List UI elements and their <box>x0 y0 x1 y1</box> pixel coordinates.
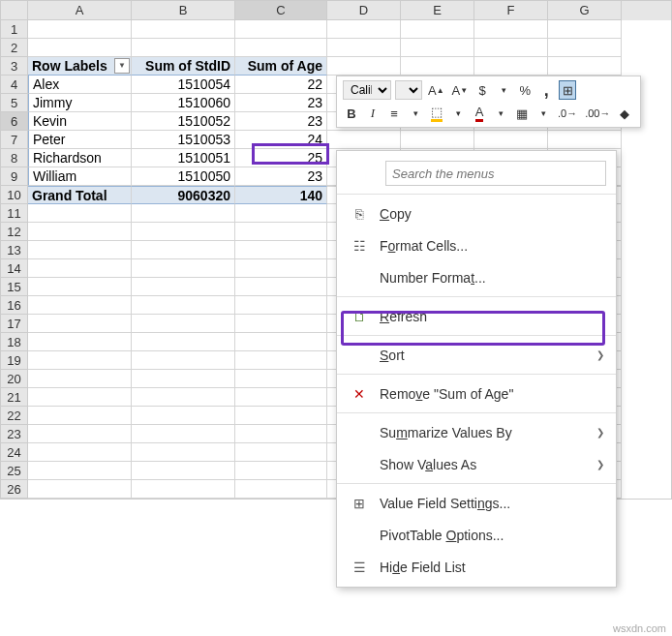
clear-format-icon[interactable]: ◆ <box>616 104 633 123</box>
column-headers: A B C D E F G <box>1 1 671 20</box>
row-header[interactable]: 9 <box>1 167 28 186</box>
selected-cell[interactable]: 23 <box>235 112 327 131</box>
menu-pivottable-options[interactable]: PivotTable Options... <box>337 519 616 551</box>
menu-number-format[interactable]: Number Format... <box>337 261 616 293</box>
row-header[interactable]: 12 <box>1 223 28 241</box>
pivot-row-label[interactable]: Peter <box>28 131 132 149</box>
row-header[interactable]: 17 <box>1 315 28 333</box>
menu-show-values-as[interactable]: Show Values As ❯ <box>337 448 616 480</box>
menu-hide-field-list[interactable]: ☰ Hide Field List <box>337 551 616 583</box>
col-header-e[interactable]: E <box>401 1 474 20</box>
borders-icon[interactable]: ▦ <box>513 104 531 123</box>
row-header[interactable]: 19 <box>1 351 28 370</box>
row-header[interactable]: 23 <box>1 425 28 443</box>
font-family-select[interactable]: Calibri <box>343 80 391 100</box>
col-header-a[interactable]: A <box>28 1 132 20</box>
col-header-g[interactable]: G <box>548 1 622 20</box>
comma-style-icon[interactable]: , <box>537 80 555 100</box>
row-header[interactable]: 6 <box>1 112 28 131</box>
filter-dropdown-icon[interactable]: ▼ <box>114 58 130 74</box>
pivot-row-label[interactable]: Richardson <box>28 149 132 167</box>
remove-icon: ✕ <box>347 386 372 402</box>
pivot-row-label[interactable]: Jimmy <box>28 94 132 112</box>
search-input[interactable] <box>392 167 599 181</box>
row-header[interactable]: 2 <box>1 39 28 57</box>
menu-format-cells[interactable]: ☷ Format Cells... <box>337 229 616 261</box>
fill-color-icon[interactable]: ⬚ <box>428 104 445 123</box>
row-header[interactable]: 21 <box>1 388 28 407</box>
row-header[interactable]: 24 <box>1 443 28 462</box>
row-header[interactable]: 5 <box>1 94 28 112</box>
align-icon[interactable]: ≡ <box>385 104 403 123</box>
italic-button[interactable]: I <box>364 104 382 123</box>
menu-search-box[interactable] <box>385 161 606 186</box>
watermark: wsxdn.com <box>613 622 666 634</box>
row-header[interactable]: 7 <box>1 131 28 149</box>
select-all-corner[interactable] <box>1 1 28 20</box>
row-header[interactable]: 18 <box>1 333 28 351</box>
settings-icon: ⊞ <box>347 496 372 511</box>
refresh-icon: 🗋 <box>347 309 372 324</box>
row-header[interactable]: 16 <box>1 296 28 315</box>
font-color-icon[interactable]: A <box>471 104 488 123</box>
pivot-row-label[interactable]: Kevin <box>28 112 132 131</box>
chevron-right-icon: ❯ <box>596 427 604 438</box>
menu-remove-field[interactable]: ✕ Remove "Sum of Age" <box>337 378 616 409</box>
row-header[interactable]: 22 <box>1 407 28 425</box>
dropdown-separator-icon[interactable]: ▾ <box>495 80 512 100</box>
pivot-stdid-header[interactable]: Sum of StdID <box>132 57 235 76</box>
row-header[interactable]: 4 <box>1 76 28 94</box>
col-header-f[interactable]: F <box>474 1 548 20</box>
row-header[interactable]: 11 <box>1 204 28 223</box>
format-painter-icon[interactable]: ⊞ <box>559 80 576 100</box>
row-header[interactable]: 3 <box>1 57 28 76</box>
increase-decimal-icon[interactable]: .0→ <box>556 104 579 123</box>
menu-field-settings[interactable]: ⊞ Value Field Settings... <box>337 487 616 519</box>
pivot-rowlabels-header[interactable]: Row Labels▼ <box>28 57 132 76</box>
row-header[interactable]: 1 <box>1 20 28 39</box>
copy-icon: ⎘ <box>347 206 372 222</box>
context-menu: ⎘ Copy ☷ Format Cells... Number Format..… <box>336 150 617 588</box>
row-header[interactable]: 15 <box>1 278 28 296</box>
row-header[interactable]: 14 <box>1 259 28 278</box>
font-size-select[interactable]: 11 <box>395 80 422 100</box>
decrease-decimal-icon[interactable]: .00→ <box>583 104 612 123</box>
menu-summarize-values[interactable]: Summarize Values By ❯ <box>337 416 616 448</box>
row-header[interactable]: 20 <box>1 370 28 388</box>
menu-copy[interactable]: ⎘ Copy <box>337 197 616 229</box>
format-cells-icon: ☷ <box>347 238 372 254</box>
chevron-right-icon: ❯ <box>596 349 604 360</box>
menu-sort[interactable]: Sort ❯ <box>337 339 616 371</box>
col-header-d[interactable]: D <box>327 1 401 20</box>
row-header[interactable]: 10 <box>1 186 28 204</box>
chevron-right-icon: ❯ <box>596 459 604 469</box>
menu-refresh[interactable]: 🗋 Refresh <box>337 300 616 332</box>
row-header[interactable]: 13 <box>1 241 28 259</box>
percent-icon[interactable]: % <box>516 80 534 100</box>
pivot-row-label[interactable]: Alex <box>28 76 132 94</box>
col-header-c[interactable]: C <box>235 1 327 20</box>
bold-button[interactable]: B <box>343 104 360 123</box>
pivot-age-header[interactable]: Sum of Age <box>235 57 327 76</box>
mini-toolbar: Calibri 11 A▲ A▼ $ ▾ % , ⊞ B I ≡ ▾ ⬚ ▾ A… <box>336 76 641 128</box>
increase-font-icon[interactable]: A▲ <box>426 80 446 100</box>
currency-icon[interactable]: $ <box>473 80 491 100</box>
col-header-b[interactable]: B <box>132 1 235 20</box>
row-header[interactable]: 26 <box>1 480 28 499</box>
list-icon: ☰ <box>347 560 372 575</box>
grand-total-label[interactable]: Grand Total <box>28 186 132 204</box>
row-header[interactable]: 25 <box>1 462 28 480</box>
row-header[interactable]: 8 <box>1 149 28 167</box>
decrease-font-icon[interactable]: A▼ <box>450 80 471 100</box>
pivot-row-label[interactable]: William <box>28 167 132 186</box>
